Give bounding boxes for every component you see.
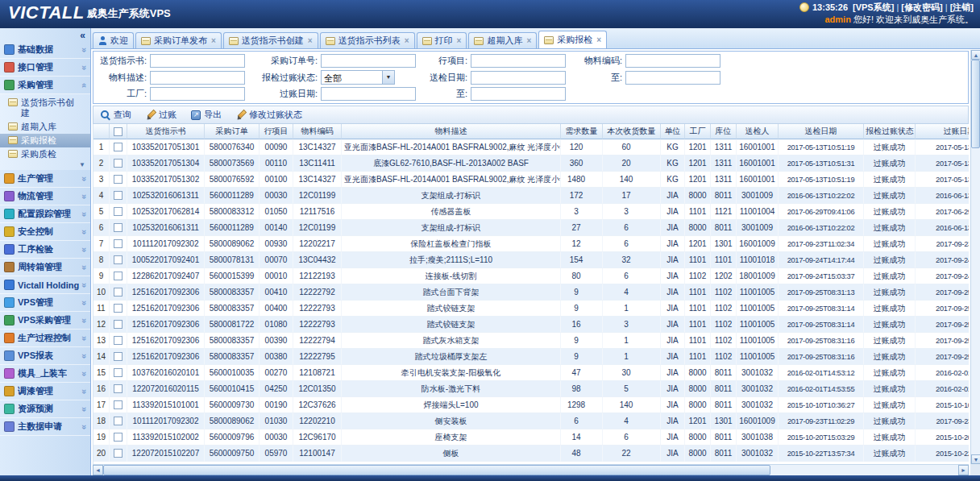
sidebar-item-14[interactable]: 模具_上装车 »: [0, 365, 90, 383]
row-checkbox[interactable]: [114, 207, 122, 216]
table-row[interactable]: 4 10253201606131156000112890003012C01199…: [93, 188, 969, 204]
row-checkbox[interactable]: [114, 336, 122, 345]
row-checkbox[interactable]: [114, 417, 122, 425]
column-header[interactable]: 物料描述: [342, 124, 561, 139]
row-checkbox[interactable]: [114, 191, 122, 200]
tab-close-icon[interactable]: ×: [405, 36, 409, 45]
filter-input-r2c4[interactable]: [625, 71, 720, 85]
header-link-0[interactable]: [VPS系统]: [853, 2, 894, 12]
table-row[interactable]: 1 10335201705130158000763400009013C14327…: [93, 139, 969, 155]
tab-2[interactable]: 送货指示书创建×: [223, 32, 318, 48]
tab-1[interactable]: 采购订单发布×: [135, 32, 222, 48]
tab-close-icon[interactable]: ×: [308, 36, 313, 45]
tab-close-icon[interactable]: ×: [211, 36, 216, 45]
table-row[interactable]: 19 11339201510200256000097960003012C9617…: [93, 429, 969, 446]
filter-input-r1c2[interactable]: [321, 54, 416, 68]
row-checkbox[interactable]: [114, 255, 122, 264]
tab-4[interactable]: 打印×: [417, 32, 467, 48]
filter-input-r3c2[interactable]: [321, 87, 416, 101]
tab-3[interactable]: 送货指示书列表×: [320, 32, 415, 48]
sidebar-item-13[interactable]: VPS报表 »: [0, 347, 90, 365]
vertical-scrollbar[interactable]: ▲ ▼: [970, 50, 980, 464]
table-row[interactable]: 7 10111201709230258000890620093012202217…: [93, 236, 969, 252]
column-header[interactable]: 报检过账状态: [864, 124, 916, 139]
filter-input-r1c3[interactable]: [471, 54, 566, 68]
sidebar-item-3[interactable]: 生产管理 »: [0, 170, 90, 188]
filter-input-r2c3[interactable]: [471, 71, 566, 85]
sidebar-item-15[interactable]: 调漆管理 »: [0, 383, 90, 400]
select-all-checkbox[interactable]: [114, 127, 122, 136]
row-checkbox[interactable]: [114, 223, 122, 232]
column-header[interactable]: 送检日期: [779, 124, 864, 139]
horizontal-scrollbar[interactable]: ◄ ►: [93, 464, 969, 475]
sidebar-subitem-2[interactable]: 采购报检: [0, 134, 90, 147]
column-header[interactable]: 单位: [661, 124, 685, 139]
scroll-left-button[interactable]: ◄: [93, 465, 103, 475]
horizontal-scroll-thumb[interactable]: [103, 465, 770, 475]
column-header[interactable]: 行项目: [260, 124, 293, 139]
sidebar-item-1[interactable]: 接口管理 »: [0, 59, 90, 77]
export-button[interactable]: 导出: [189, 108, 224, 122]
table-row[interactable]: 9 12286201709240756000153990001012122193…: [93, 268, 969, 284]
table-row[interactable]: 6 10253201606131156000112890014012C01199…: [93, 220, 969, 236]
table-row[interactable]: 15 1037620160201015600010035002701210872…: [93, 365, 969, 381]
tab-0[interactable]: 欢迎: [93, 32, 134, 48]
column-header[interactable]: 物料编码: [293, 124, 342, 139]
sidebar-item-2[interactable]: 采购管理 «: [0, 77, 90, 94]
search-button[interactable]: 查询: [98, 108, 134, 122]
sidebar-collapse-button[interactable]: «: [0, 28, 90, 41]
vertical-scroll-thumb[interactable]: [971, 60, 980, 148]
tab-close-icon[interactable]: ×: [457, 36, 462, 45]
horizontal-scroll-track[interactable]: [103, 465, 958, 475]
table-row[interactable]: 10 1251620170923065800083357004101222279…: [93, 284, 969, 301]
sidebar-item-11[interactable]: VPS采购管理 »: [0, 312, 90, 330]
row-checkbox[interactable]: [114, 368, 122, 377]
table-row[interactable]: 8 10052201709240158000781310007013C04432…: [93, 252, 969, 268]
table-row[interactable]: 11 1251620170923065800083357004001222279…: [93, 301, 969, 317]
header-link-1[interactable]: [修改密码]: [901, 2, 942, 12]
column-header[interactable]: 过账日期: [916, 124, 969, 139]
row-checkbox[interactable]: [114, 239, 122, 248]
column-header[interactable]: 库位: [711, 124, 737, 139]
sidebar-item-10[interactable]: VPS管理 »: [0, 294, 90, 312]
column-header[interactable]: 送货指示书: [127, 124, 205, 139]
row-checkbox[interactable]: [114, 175, 122, 184]
sidebar-item-4[interactable]: 物流管理 »: [0, 188, 90, 205]
sidebar-subitem-1[interactable]: 超期入库: [0, 120, 90, 134]
posting-button[interactable]: 过账: [143, 108, 179, 122]
sidebar-item-12[interactable]: 生产过程控制 »: [0, 330, 90, 347]
table-row[interactable]: 16 12207201602011556000104150425012C0135…: [93, 381, 969, 397]
sidebar-item-6[interactable]: 安全控制 »: [0, 223, 90, 241]
filter-select[interactable]: 全部▼: [321, 70, 395, 85]
row-checkbox[interactable]: [114, 288, 122, 296]
row-checkbox[interactable]: [114, 304, 122, 313]
sidebar-subitem-0[interactable]: 送货指示书创建: [0, 96, 90, 120]
sidebar-item-9[interactable]: Victall Holding »: [0, 276, 90, 294]
tab-close-icon[interactable]: ×: [526, 36, 531, 45]
sidebar-scroll-down-icon[interactable]: ▼: [0, 161, 90, 170]
column-header[interactable]: 需求数量: [561, 124, 603, 139]
filter-input-r2c1[interactable]: [150, 71, 245, 85]
sidebar-item-16[interactable]: 资源预测 »: [0, 400, 90, 418]
table-row[interactable]: 18 1011120170923025800089062010301220221…: [93, 413, 969, 429]
row-checkbox[interactable]: [114, 320, 122, 329]
table-row[interactable]: 20 1220720151022075600009750059701210014…: [93, 446, 969, 462]
table-row[interactable]: 13 1251620170923065800083357003901222279…: [93, 333, 969, 349]
row-checkbox[interactable]: [114, 449, 122, 458]
header-link-2[interactable]: [注销]: [950, 2, 974, 12]
sidebar-item-0[interactable]: 基础数据 »: [0, 41, 90, 59]
table-row[interactable]: 12 1251620170923065800081722010801222279…: [93, 317, 969, 333]
modify-posting-status-button[interactable]: 修改过账状态: [234, 108, 305, 122]
filter-input-r1c4[interactable]: [625, 54, 720, 68]
filter-input-r1c1[interactable]: [150, 54, 245, 68]
sidebar-item-7[interactable]: 工序检验 »: [0, 241, 90, 259]
column-header[interactable]: 送检人: [737, 124, 779, 139]
row-checkbox[interactable]: [114, 272, 122, 280]
row-checkbox[interactable]: [114, 352, 122, 361]
row-checkbox[interactable]: [114, 400, 122, 409]
scroll-right-button[interactable]: ►: [958, 465, 969, 475]
vertical-scroll-track[interactable]: [971, 60, 980, 454]
filter-input-r3c1[interactable]: [150, 87, 245, 101]
tab-5[interactable]: 超期入库×: [468, 32, 537, 48]
row-checkbox[interactable]: [114, 143, 122, 151]
